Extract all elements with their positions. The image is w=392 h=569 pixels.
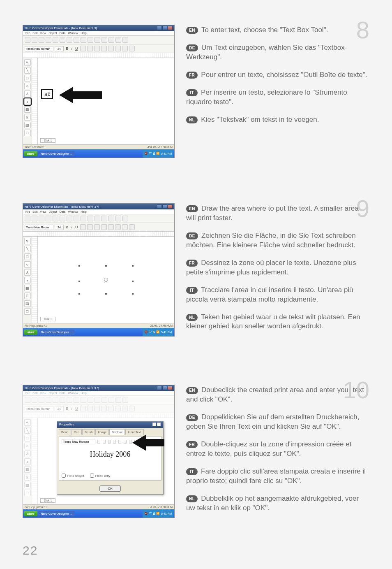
step-10-section: Nero CoverDesigner Essentials - [New Doc… xyxy=(23,385,369,521)
step-8-text: 8 ENTo enter text, choose the "Text Box … xyxy=(186,25,369,133)
instruction-arrow-icon xyxy=(59,87,102,103)
vertical-toolbar: ↖ ╲ □ ○ A a ▦ E ▤ □ xyxy=(23,58,32,144)
maximize-icon xyxy=(162,26,167,30)
taskbar: start Nero CoverDesigner ... 🔇 🛡 🖨 📶 5:4… xyxy=(23,149,174,158)
page-tab: Disk 1 xyxy=(40,138,55,143)
text-preview: Holiday 2006 xyxy=(62,450,159,459)
lang-pill-de: DE xyxy=(186,414,198,421)
horizontal-ruler xyxy=(23,53,174,58)
fit-to-shape-checkbox: Fit to shape xyxy=(62,474,84,478)
step-9-text: 9 ENDraw the area where to put the text.… xyxy=(186,203,369,339)
lang-pill-fr: FR xyxy=(186,441,198,448)
table-tool-icon: ▤ xyxy=(24,122,31,128)
properties-dialog: Properties BendPenBrushImageTextboxInput… xyxy=(57,421,164,495)
lang-pill-nl: NL xyxy=(186,116,198,123)
menu-bar: FileEditViewObjectDataWindowHelp xyxy=(23,31,174,36)
dialog-font-select xyxy=(62,439,95,444)
window-titlebar: Nero CoverDesigner Essentials - [New Doc… xyxy=(23,25,174,31)
taskbar-app-item: Nero CoverDesigner ... xyxy=(38,151,75,156)
lang-pill-it: IT xyxy=(186,468,198,475)
lang-pill-nl: NL xyxy=(186,314,198,321)
screenshot-8: Nero CoverDesigner Essentials - [New Doc… xyxy=(23,25,175,158)
font-toolbar: BIU xyxy=(23,44,174,53)
lang-pill-fr: FR xyxy=(186,72,198,79)
selection-handles-icon: ▪▪▪ ▪▪ ▪▪▪ xyxy=(79,263,133,296)
step-10-text: 10 ENDoubeclick the created print area a… xyxy=(186,385,369,521)
close-icon xyxy=(157,423,161,426)
lang-pill-en: EN xyxy=(186,387,198,394)
frame-tool-icon: □ xyxy=(24,130,31,136)
instruction-arrow-icon xyxy=(132,434,164,451)
screenshot-10: Nero CoverDesigner Essentials - [New Doc… xyxy=(23,385,175,518)
step-number: 10 xyxy=(343,378,369,402)
minimize-icon xyxy=(157,26,162,30)
system-tray: 🔇 🛡 🖨 📶 5:41 PM xyxy=(143,149,173,158)
ok-button: OK xyxy=(99,485,121,492)
artistic-text-icon: A xyxy=(24,91,31,97)
help-icon xyxy=(152,423,156,426)
lang-pill-it: IT xyxy=(186,89,198,96)
align-tool-icon: E xyxy=(24,114,31,121)
step-9-section: Nero CoverDesigner Essentials - [New Doc… xyxy=(23,203,369,339)
status-bar: Insert a text box-154.20 / -11.90 NUM xyxy=(23,144,174,149)
lang-pill-en: EN xyxy=(186,205,198,212)
vertical-ruler xyxy=(32,58,38,144)
step-number: 9 xyxy=(356,197,369,221)
fixed-only-checkbox: Fixed only xyxy=(90,474,110,478)
lang-pill-en: EN xyxy=(186,27,198,34)
lang-pill-de: DE xyxy=(186,44,198,51)
step-number: 8 xyxy=(356,18,369,42)
textbox-tool-callout: aꞮ xyxy=(42,90,52,98)
font-family-select xyxy=(25,46,53,51)
toolbar xyxy=(23,36,174,44)
grid-tool-icon: ▦ xyxy=(24,106,31,113)
pointer-tool-icon: ↖ xyxy=(24,59,31,66)
screenshot-9: Nero CoverDesigner Essentials - [New Doc… xyxy=(23,203,175,337)
dialog-titlebar: Properties xyxy=(57,422,163,428)
close-icon xyxy=(168,26,173,30)
textbox-tool-icon: a xyxy=(24,98,31,105)
rect-tool-icon: □ xyxy=(24,75,31,81)
step-8-section: Nero CoverDesigner Essentials - [New Doc… xyxy=(23,25,369,158)
lang-pill-de: DE xyxy=(186,232,198,239)
start-button: start xyxy=(24,151,37,156)
lang-pill-nl: NL xyxy=(186,495,198,502)
page-number: 22 xyxy=(23,543,38,557)
font-size-input xyxy=(55,46,64,51)
lang-pill-it: IT xyxy=(186,287,198,294)
line-tool-icon: ╲ xyxy=(24,67,31,74)
ellipse-tool-icon: ○ xyxy=(24,83,31,89)
lang-pill-fr: FR xyxy=(186,260,198,267)
